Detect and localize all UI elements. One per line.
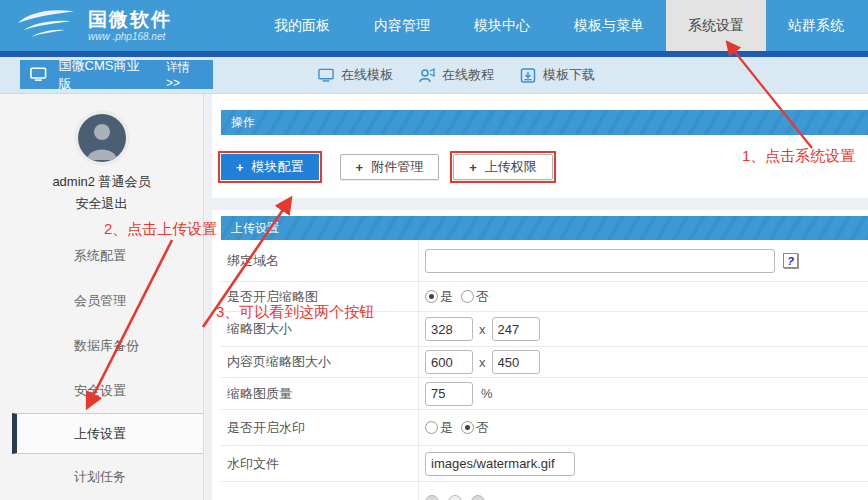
button-label: 附件管理	[371, 158, 423, 176]
logo[interactable]: 国微软件 www .php168.net	[0, 0, 252, 51]
field-label: 内容页缩略图大小	[221, 347, 419, 377]
form-row-content-thumbnail-size: 内容页缩略图大小 x	[221, 347, 868, 378]
top-navbar: 国微软件 www .php168.net 我的面板 内容管理 模块中心 模板与菜…	[0, 0, 868, 51]
logo-text: 国微软件 www .php168.net	[88, 9, 172, 43]
operations-buttons: + 模块配置 + 附件管理 + 上传权限	[218, 151, 868, 183]
person-icon	[78, 114, 126, 162]
upload-settings-section: 上传设置 绑定域名 ? 是否开启缩略图 是 否	[221, 216, 868, 500]
sub-link-template-download[interactable]: 模板下载	[520, 66, 595, 84]
sub-link-label: 在线教程	[442, 66, 494, 84]
size-separator: x	[479, 322, 486, 337]
upload-settings-header: 上传设置	[221, 216, 868, 240]
position-radio[interactable]	[448, 495, 462, 500]
highlight-box-module-config: + 模块配置	[218, 151, 322, 183]
thumbnail-no-radio[interactable]	[461, 290, 474, 303]
field-label: 是否开启水印	[221, 410, 419, 445]
nav-menu: 我的面板 内容管理 模块中心 模板与菜单 系统设置 站群系统	[252, 0, 868, 51]
sub-toolbar: 国微CMS商业版 详情>> 在线模板 在线教程	[0, 57, 868, 94]
field-label: 缩略图大小	[221, 312, 419, 346]
product-label: 国微CMS商业版	[59, 57, 150, 93]
logout-link[interactable]: 安全退出	[0, 195, 203, 213]
sidebar-menu: 系统配置 会员管理 数据库备份 安全设置 上传设置 计划任务	[0, 233, 203, 499]
content-area: 操作 + 模块配置 + 附件管理 + 上传权限	[204, 94, 868, 500]
main-layout: admin2 普通会员 安全退出 系统配置 会员管理 数据库备份 安全设置 上传…	[0, 94, 868, 500]
tutorial-icon	[419, 68, 435, 83]
sub-link-label: 模板下载	[543, 66, 595, 84]
form-row-thumbnail-enable: 是否开启缩略图 是 否	[221, 282, 868, 312]
watermark-yes-radio[interactable]	[425, 421, 438, 434]
nav-item-templates[interactable]: 模板与菜单	[552, 0, 666, 51]
product-detail-link[interactable]: 详情>>	[166, 59, 203, 90]
nav-item-sitegroup[interactable]: 站群系统	[766, 0, 866, 51]
field-label: 水印文件	[221, 446, 419, 481]
radio-label-yes[interactable]: 是	[440, 288, 453, 306]
radio-label-no[interactable]: 否	[476, 288, 489, 306]
content-thumb-height-input[interactable]	[492, 350, 540, 374]
sidebar-item-system-config[interactable]: 系统配置	[0, 233, 203, 278]
field-label: 缩略图质量	[221, 378, 419, 409]
field-label: 是否开启缩略图	[221, 282, 419, 311]
admin-app: 国微软件 www .php168.net 我的面板 内容管理 模块中心 模板与菜…	[0, 0, 868, 500]
module-config-button[interactable]: + 模块配置	[221, 154, 319, 180]
sidebar-item-security[interactable]: 安全设置	[0, 368, 203, 413]
sub-link-label: 在线模板	[341, 66, 393, 84]
logo-subtitle: www .php168.net	[88, 31, 172, 43]
sub-links: 在线模板 在线教程 模板下载	[318, 57, 621, 93]
sidebar-item-members[interactable]: 会员管理	[0, 278, 203, 323]
radio-label-yes[interactable]: 是	[440, 419, 453, 437]
sub-link-online-templates[interactable]: 在线模板	[318, 66, 393, 84]
sub-link-online-tutorial[interactable]: 在线教程	[419, 66, 494, 84]
form-row-thumbnail-size: 缩略图大小 x	[221, 312, 868, 347]
download-icon	[520, 68, 536, 83]
logo-title: 国微软件	[88, 9, 172, 31]
sidebar-item-upload-settings[interactable]: 上传设置	[12, 413, 203, 454]
monitor-icon	[318, 68, 334, 83]
thumbnail-height-input[interactable]	[492, 317, 540, 341]
plus-icon: +	[356, 160, 364, 175]
attachment-manage-button[interactable]: + 附件管理	[340, 154, 440, 180]
user-avatar[interactable]	[78, 114, 126, 162]
position-radio[interactable]	[425, 495, 439, 500]
nav-item-modules[interactable]: 模块中心	[452, 0, 552, 51]
nav-item-content[interactable]: 内容管理	[352, 0, 452, 51]
sidebar-item-scheduled-tasks[interactable]: 计划任务	[0, 454, 203, 499]
product-version-badge[interactable]: 国微CMS商业版 详情>>	[20, 60, 213, 89]
field-label: 绑定域名	[221, 240, 419, 281]
button-label: 上传权限	[485, 158, 537, 176]
section-divider	[212, 198, 868, 210]
plus-icon: +	[236, 160, 244, 175]
user-name: admin2 普通会员	[0, 173, 203, 191]
content-thumb-width-input[interactable]	[425, 350, 473, 374]
plus-icon: +	[469, 160, 477, 175]
monitor-icon	[30, 67, 47, 82]
form-row-watermark-file: 水印文件	[221, 446, 868, 482]
watermark-file-input[interactable]	[425, 452, 575, 476]
form-row-watermark-position	[221, 482, 868, 500]
highlight-box-upload-permission: + 上传权限	[450, 151, 556, 183]
field-label	[221, 482, 419, 500]
nav-item-system-settings[interactable]: 系统设置	[666, 0, 766, 51]
watermark-no-radio[interactable]	[461, 421, 474, 434]
wave-logo-icon	[16, 8, 78, 44]
help-icon[interactable]: ?	[783, 253, 798, 268]
thumbnail-yes-radio[interactable]	[425, 290, 438, 303]
size-separator: x	[479, 355, 486, 370]
form-row-thumbnail-quality: 缩略图质量 %	[221, 378, 868, 410]
bind-domain-input[interactable]	[425, 249, 775, 273]
button-label: 模块配置	[252, 158, 304, 176]
form-row-bind-domain: 绑定域名 ?	[221, 240, 868, 282]
sidebar: admin2 普通会员 安全退出 系统配置 会员管理 数据库备份 安全设置 上传…	[0, 94, 204, 500]
form-row-watermark-enable: 是否开启水印 是 否	[221, 410, 868, 446]
thumbnail-width-input[interactable]	[425, 317, 473, 341]
thumbnail-quality-input[interactable]	[425, 382, 473, 406]
percent-suffix: %	[481, 386, 493, 401]
position-radio[interactable]	[471, 495, 485, 500]
radio-label-no[interactable]: 否	[476, 419, 489, 437]
sidebar-item-db-backup[interactable]: 数据库备份	[0, 323, 203, 368]
upload-permission-button[interactable]: + 上传权限	[453, 154, 553, 180]
nav-item-dashboard[interactable]: 我的面板	[252, 0, 352, 51]
operations-header: 操作	[221, 110, 868, 135]
